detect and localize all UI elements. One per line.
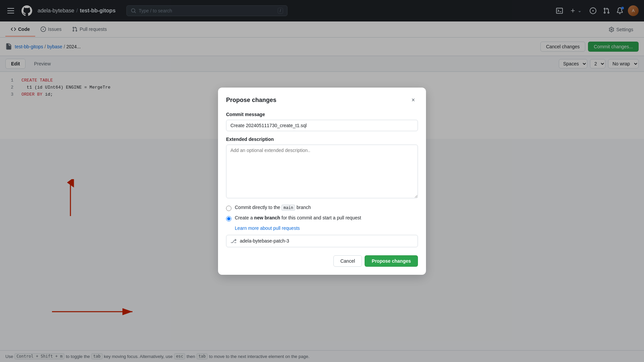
radio-direct-input[interactable] bbox=[226, 206, 231, 211]
modal-close-button[interactable]: × bbox=[409, 96, 418, 105]
modal-title: Propose changes bbox=[226, 97, 276, 104]
branch-name-input[interactable] bbox=[240, 238, 414, 244]
radio-new-branch: Create a new branch for this commit and … bbox=[226, 215, 418, 221]
extended-description-textarea[interactable] bbox=[226, 145, 418, 198]
learn-more-link[interactable]: Learn more about pull requests bbox=[235, 225, 418, 231]
commit-message-label: Commit message bbox=[226, 112, 418, 117]
extended-description-label: Extended description bbox=[226, 137, 418, 142]
propose-changes-modal: Propose changes × Commit message Extende… bbox=[218, 88, 426, 275]
branch-icon: ⎇ bbox=[230, 238, 236, 244]
extended-description-group: Extended description bbox=[226, 137, 418, 199]
radio-new-branch-label[interactable]: Create a new branch for this commit and … bbox=[235, 215, 361, 220]
commit-message-input[interactable] bbox=[226, 120, 418, 131]
modal-footer: Cancel Propose changes bbox=[226, 255, 418, 267]
radio-new-branch-input[interactable] bbox=[226, 216, 231, 221]
propose-changes-button[interactable]: Propose changes bbox=[365, 255, 418, 267]
radio-direct-label[interactable]: Commit directly to the main branch bbox=[235, 205, 311, 210]
modal-header: Propose changes × bbox=[226, 96, 418, 105]
radio-commit-directly: Commit directly to the main branch bbox=[226, 205, 418, 211]
branch-name-row: ⎇ bbox=[226, 235, 418, 247]
cancel-button[interactable]: Cancel bbox=[333, 255, 362, 267]
modal-overlay: Propose changes × Commit message Extende… bbox=[0, 0, 644, 362]
commit-message-group: Commit message bbox=[226, 112, 418, 131]
